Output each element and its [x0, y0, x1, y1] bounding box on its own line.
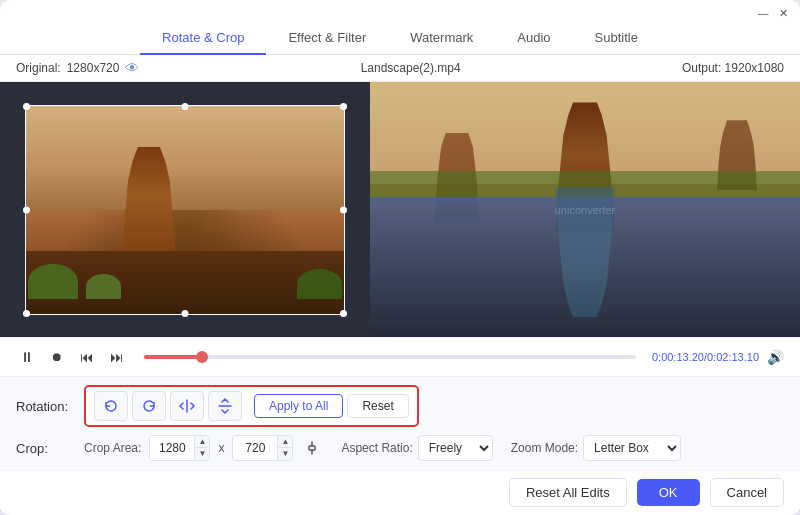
close-button[interactable]: ✕: [776, 6, 790, 20]
flip-horizontal-button[interactable]: [170, 391, 204, 421]
zoom-mode-select[interactable]: Letter Box Pan & Scan Full: [583, 435, 681, 461]
crop-height-down[interactable]: ▼: [278, 448, 292, 460]
crop-width-input[interactable]: ▲ ▼: [149, 435, 210, 461]
crop-handle-mr[interactable]: [340, 206, 347, 213]
preview-left: [0, 82, 370, 337]
crop-handle-tc[interactable]: [182, 103, 189, 110]
rotation-label: Rotation:: [16, 399, 76, 414]
crop-height-spinners: ▲ ▼: [277, 436, 292, 460]
window-controls: — ✕: [756, 6, 790, 20]
crop-height-up[interactable]: ▲: [278, 436, 292, 448]
tab-bar: Rotate & Crop Effect & Filter Watermark …: [0, 22, 800, 55]
crop-area-label: Crop Area:: [84, 441, 141, 455]
tab-rotate-crop[interactable]: Rotate & Crop: [140, 22, 266, 55]
original-info: Original: 1280x720 👁: [16, 60, 139, 76]
crop-width-spinners: ▲ ▼: [194, 436, 209, 460]
preview-area: uniconverter: [0, 82, 800, 337]
playback-bar: ⏸ ⏺ ⏮ ⏭ 0:00:13.20/0:02:13.10 🔊: [0, 337, 800, 376]
crop-handle-tl[interactable]: [23, 103, 30, 110]
minimize-button[interactable]: —: [756, 6, 770, 20]
aspect-ratio-select[interactable]: Freely 16:9 4:3 1:1 9:16: [418, 435, 493, 461]
zoom-mode-label: Zoom Mode:: [511, 441, 578, 455]
ok-button[interactable]: OK: [637, 479, 700, 506]
tab-audio[interactable]: Audio: [495, 22, 572, 55]
apply-all-button[interactable]: Apply to All: [254, 394, 343, 418]
bottom-bar: Reset All Edits OK Cancel: [0, 469, 800, 515]
prev-button[interactable]: ⏮: [76, 346, 98, 368]
original-label: Original:: [16, 61, 61, 75]
stop-button[interactable]: ⏺: [46, 346, 68, 368]
cancel-button[interactable]: Cancel: [710, 478, 784, 507]
crop-width-down[interactable]: ▼: [195, 448, 209, 460]
rotation-row: Rotation:: [16, 385, 784, 427]
crop-handle-tr[interactable]: [340, 103, 347, 110]
reset-all-edits-button[interactable]: Reset All Edits: [509, 478, 627, 507]
progress-fill: [144, 355, 203, 359]
rotate-cw-button[interactable]: [132, 391, 166, 421]
rotation-buttons-group: Apply to All Reset: [84, 385, 419, 427]
rotate-ccw-button[interactable]: [94, 391, 128, 421]
aspect-ratio-label: Aspect Ratio:: [341, 441, 412, 455]
pause-button[interactable]: ⏸: [16, 346, 38, 368]
preview-right: uniconverter: [370, 82, 800, 337]
crop-handle-ml[interactable]: [23, 206, 30, 213]
crop-link-icon[interactable]: [301, 437, 323, 459]
crop-handle-bc[interactable]: [182, 310, 189, 317]
rotation-reset-button[interactable]: Reset: [347, 394, 408, 418]
filename: Landscape(2).mp4: [139, 61, 682, 75]
crop-label: Crop:: [16, 441, 76, 456]
next-button[interactable]: ⏭: [106, 346, 128, 368]
x-separator: x: [218, 441, 224, 455]
crop-row: Crop: Crop Area: ▲ ▼ x ▲ ▼: [16, 435, 784, 461]
flip-vertical-button[interactable]: [208, 391, 242, 421]
time-display: 0:00:13.20/0:02:13.10: [652, 351, 759, 363]
tab-subtitle[interactable]: Subtitle: [573, 22, 660, 55]
controls-area: Rotation:: [0, 377, 800, 469]
original-resolution: 1280x720: [67, 61, 120, 75]
svg-rect-2: [309, 446, 315, 450]
volume-icon[interactable]: 🔊: [767, 349, 784, 365]
crop-width-up[interactable]: ▲: [195, 436, 209, 448]
crop-handle-br[interactable]: [340, 310, 347, 317]
output-label: Output:: [682, 61, 721, 75]
output-resolution: 1920x1080: [725, 61, 784, 75]
crop-frame[interactable]: [25, 105, 345, 315]
title-bar: — ✕: [0, 0, 800, 22]
tab-effect-filter[interactable]: Effect & Filter: [266, 22, 388, 55]
info-bar: Original: 1280x720 👁 Landscape(2).mp4 Ou…: [0, 55, 800, 82]
crop-width-field[interactable]: [150, 436, 194, 460]
crop-handle-bl[interactable]: [23, 310, 30, 317]
aspect-ratio-group: Aspect Ratio: Freely 16:9 4:3 1:1 9:16: [341, 435, 492, 461]
eye-icon[interactable]: 👁: [125, 60, 139, 76]
zoom-mode-group: Zoom Mode: Letter Box Pan & Scan Full: [511, 435, 681, 461]
progress-bar[interactable]: [144, 355, 636, 359]
output-info: Output: 1920x1080: [682, 61, 784, 75]
tab-watermark[interactable]: Watermark: [388, 22, 495, 55]
progress-thumb[interactable]: [196, 351, 208, 363]
preview-right-watermark: uniconverter: [555, 204, 616, 216]
crop-height-field[interactable]: [233, 436, 277, 460]
crop-height-input[interactable]: ▲ ▼: [232, 435, 293, 461]
